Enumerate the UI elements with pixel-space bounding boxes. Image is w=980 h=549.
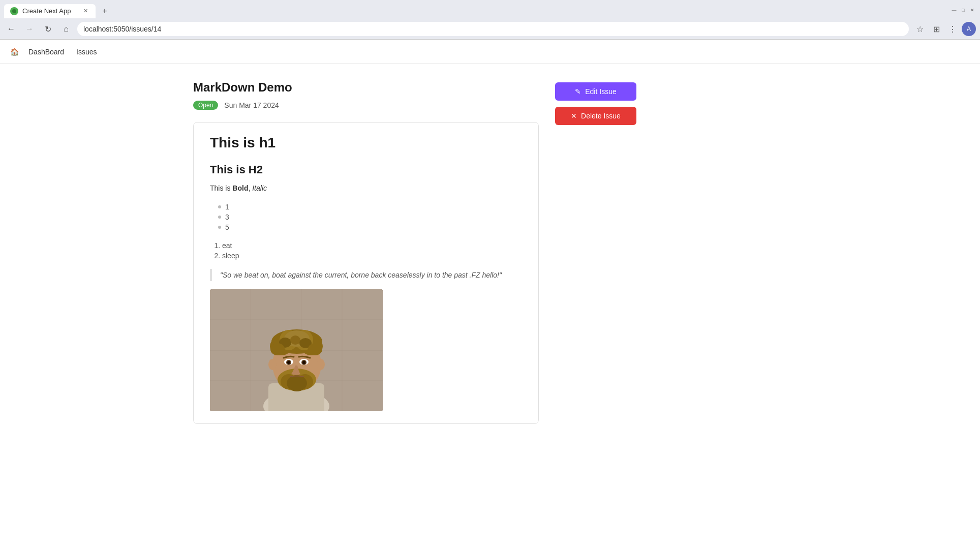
issue-date: Sun Mar 17 2024 — [224, 101, 279, 109]
browser-chrome: Create Next App ✕ + — □ ✕ ← → ↻ ⌂ ☆ ⊞ ⋮ … — [0, 0, 980, 40]
issues-nav-link[interactable]: Issues — [72, 46, 101, 58]
svg-point-33 — [268, 359, 277, 370]
minimize-button[interactable]: — — [951, 7, 958, 14]
unordered-list: 1 3 5 — [210, 202, 522, 232]
tab-favicon — [10, 7, 18, 15]
delete-icon: ✕ — [571, 112, 577, 120]
menu-icon[interactable]: ⋮ — [945, 22, 960, 36]
list-item: 5 — [218, 222, 522, 232]
delete-issue-label: Delete Issue — [581, 112, 621, 120]
tab-bar: Create Next App ✕ + — □ ✕ — [0, 0, 980, 19]
md-heading-1: This is h1 — [210, 135, 522, 155]
home-nav-icon[interactable]: 🏠 — [8, 46, 20, 58]
issue-title: MarkDown Demo — [193, 80, 539, 95]
list-item: 3 — [218, 212, 522, 222]
issue-actions: ✎ Edit Issue ✕ Delete Issue — [555, 80, 636, 424]
dashboard-nav-link[interactable]: DashBoard — [24, 46, 68, 58]
paragraph-prefix: This is — [210, 184, 232, 192]
window-controls: — □ ✕ — [951, 7, 976, 16]
close-window-button[interactable]: ✕ — [969, 7, 976, 14]
svg-point-22 — [308, 343, 322, 355]
reload-button[interactable]: ↻ — [41, 22, 55, 36]
edit-issue-button[interactable]: ✎ Edit Issue — [555, 82, 636, 101]
svg-point-26 — [287, 375, 307, 391]
maximize-button[interactable]: □ — [960, 7, 967, 14]
edit-issue-label: Edit Issue — [585, 87, 616, 96]
svg-point-32 — [302, 361, 305, 364]
bookmark-icon[interactable]: ☆ — [913, 22, 927, 36]
address-bar: ← → ↻ ⌂ ☆ ⊞ ⋮ A — [0, 19, 980, 39]
markdown-image — [210, 289, 383, 411]
svg-point-34 — [317, 359, 325, 370]
profile-avatar[interactable]: A — [962, 22, 976, 36]
home-button[interactable]: ⌂ — [59, 22, 73, 36]
extensions-icon[interactable]: ⊞ — [929, 22, 943, 36]
tab-close-button[interactable]: ✕ — [81, 7, 89, 15]
svg-point-21 — [270, 343, 285, 355]
svg-point-19 — [290, 336, 300, 345]
forward-button[interactable]: → — [22, 22, 37, 36]
issue-meta: Open Sun Mar 17 2024 — [193, 101, 539, 110]
app-nav: 🏠 DashBoard Issues — [0, 40, 980, 64]
blockquote: "So we beat on, boat against the current… — [210, 269, 522, 281]
md-paragraph: This is Bold, Italic — [210, 182, 522, 194]
ordered-list-item: eat — [222, 240, 522, 251]
back-button[interactable]: ← — [4, 22, 18, 36]
delete-issue-button[interactable]: ✕ Delete Issue — [555, 107, 636, 125]
issue-container: MarkDown Demo Open Sun Mar 17 2024 This … — [193, 80, 539, 424]
person-svg — [210, 289, 383, 411]
svg-point-31 — [287, 361, 290, 364]
edit-icon: ✎ — [575, 87, 581, 96]
bold-text: Bold — [232, 184, 248, 192]
italic-text: Italic — [252, 184, 267, 192]
list-item: 1 — [218, 202, 522, 212]
url-input[interactable] — [77, 22, 909, 36]
new-tab-button[interactable]: + — [98, 4, 112, 18]
ordered-list-item: sleep — [222, 251, 522, 261]
active-tab[interactable]: Create Next App ✕ — [4, 4, 96, 18]
ordered-list: eat sleep — [210, 240, 522, 261]
toolbar-actions: ☆ ⊞ ⋮ A — [913, 22, 976, 36]
blockquote-text: "So we beat on, boat against the current… — [220, 271, 514, 279]
markdown-content: This is h1 This is H2 This is Bold, Ital… — [193, 122, 539, 424]
md-heading-2: This is H2 — [210, 163, 522, 176]
main-content: MarkDown Demo Open Sun Mar 17 2024 This … — [134, 64, 846, 440]
status-badge: Open — [193, 101, 218, 110]
tab-title: Create Next App — [22, 7, 77, 15]
